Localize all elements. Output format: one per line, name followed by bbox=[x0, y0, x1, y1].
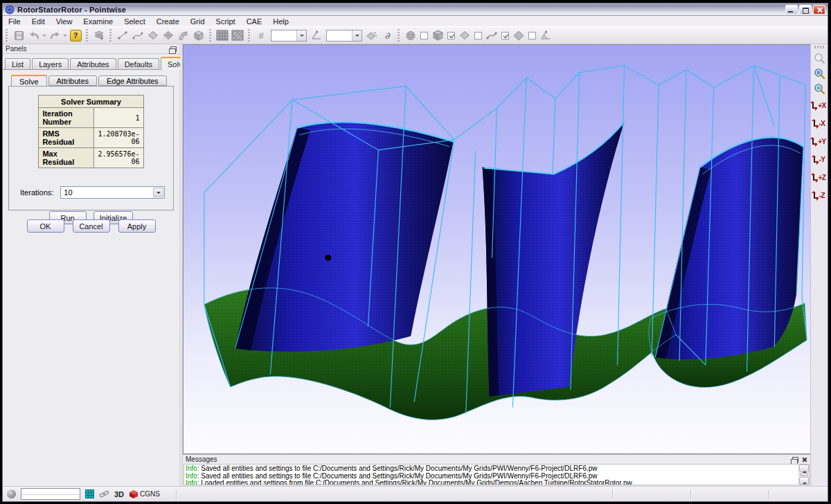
viewport-3d[interactable] bbox=[183, 44, 810, 454]
structured-grid-icon bbox=[216, 30, 229, 41]
chevron-down-icon[interactable] bbox=[352, 30, 361, 41]
restore-button[interactable] bbox=[799, 5, 812, 15]
undo-button[interactable] bbox=[26, 28, 42, 43]
menu-cae[interactable]: CAE bbox=[241, 16, 268, 26]
chevron-down-icon[interactable] bbox=[296, 30, 306, 41]
toolbar-drag-handle[interactable] bbox=[397, 29, 400, 42]
derivative-button[interactable]: ∂ bbox=[379, 28, 395, 43]
main-area: Panels List Layers Attributes Defaults S… bbox=[3, 44, 828, 486]
iterations-combobox[interactable]: 10 bbox=[60, 186, 165, 199]
grid-dimension-button[interactable]: # bbox=[253, 28, 269, 43]
zoom-box-button[interactable] bbox=[812, 66, 827, 81]
apply-button[interactable]: Apply bbox=[118, 219, 156, 233]
menu-script[interactable]: Script bbox=[211, 16, 241, 26]
messages-log[interactable]: Info: Saved all entities and settings to… bbox=[184, 464, 810, 485]
mask-block-checkbox[interactable] bbox=[447, 32, 455, 39]
create-trimmed-surface-button[interactable] bbox=[176, 28, 191, 43]
toolbar-drag-handle[interactable] bbox=[109, 29, 111, 42]
menu-view[interactable]: View bbox=[51, 16, 78, 26]
toolbar-drag-handle[interactable] bbox=[86, 29, 88, 42]
panels-dock-titlebar[interactable]: Panels bbox=[3, 44, 179, 54]
unstructured-grid-button[interactable] bbox=[230, 28, 245, 43]
tab-defaults[interactable]: Defaults bbox=[118, 58, 159, 69]
view-minus-x-button[interactable]: -X bbox=[811, 114, 828, 132]
mask-database-checkbox[interactable] bbox=[420, 32, 428, 39]
redo-dropdown[interactable] bbox=[62, 28, 68, 43]
create-block-button[interactable] bbox=[191, 28, 206, 43]
angle-spacing-button[interactable] bbox=[309, 28, 324, 43]
mask-angle-button[interactable] bbox=[538, 28, 553, 43]
log-level: Info: bbox=[186, 465, 199, 472]
mask-spacing-button[interactable] bbox=[511, 28, 526, 43]
zoom-extents-button[interactable] bbox=[812, 81, 827, 96]
dimension-indicator[interactable]: 3D bbox=[114, 490, 124, 498]
subtab-attributes[interactable]: Attributes bbox=[48, 75, 97, 86]
menu-select[interactable]: Select bbox=[118, 16, 151, 26]
tab-list[interactable]: List bbox=[5, 58, 30, 69]
float-panel-icon[interactable] bbox=[170, 46, 177, 52]
chevron-down-icon[interactable] bbox=[153, 188, 163, 197]
close-button[interactable] bbox=[813, 5, 825, 15]
cae-solver-indicator[interactable]: CGNS bbox=[129, 489, 160, 499]
menu-create[interactable]: Create bbox=[151, 16, 185, 26]
zoom-button[interactable] bbox=[812, 51, 827, 66]
view-minus-y-button[interactable]: -Y bbox=[811, 150, 828, 168]
view-minus-z-button[interactable]: -Z bbox=[811, 186, 828, 204]
initialize-solve-button[interactable] bbox=[364, 28, 379, 43]
cancel-button[interactable]: Cancel bbox=[73, 219, 110, 233]
messages-scrollbar[interactable] bbox=[798, 465, 809, 485]
panels-stack-icon bbox=[93, 30, 105, 41]
create-connector-button[interactable] bbox=[115, 28, 130, 43]
mask-domain-checkbox[interactable] bbox=[474, 32, 482, 39]
structured-grid-button[interactable] bbox=[215, 28, 230, 43]
save-button[interactable] bbox=[11, 28, 26, 43]
tab-attributes[interactable]: Attributes bbox=[70, 58, 116, 69]
menu-file[interactable]: File bbox=[3, 16, 26, 26]
subtab-edge-attributes[interactable]: Edge Attributes bbox=[98, 75, 167, 86]
tab-layers[interactable]: Layers bbox=[32, 58, 69, 69]
redo-button[interactable] bbox=[47, 28, 62, 43]
link-indicator[interactable] bbox=[99, 490, 109, 498]
axis-icon bbox=[814, 120, 819, 127]
mask-block-button[interactable] bbox=[430, 28, 445, 43]
mask-database-button[interactable] bbox=[403, 28, 418, 43]
cube-icon bbox=[432, 30, 444, 41]
scroll-down-icon[interactable] bbox=[799, 477, 809, 485]
help-button[interactable]: ? bbox=[68, 28, 83, 43]
angle-combobox[interactable] bbox=[326, 30, 362, 42]
ok-button[interactable]: OK bbox=[27, 219, 64, 233]
menu-help[interactable]: Help bbox=[267, 16, 294, 26]
toolbar-drag-handle[interactable] bbox=[209, 29, 211, 42]
mask-connector-checkbox[interactable] bbox=[501, 32, 509, 39]
create-domain-button[interactable] bbox=[161, 28, 176, 43]
grid-mode-indicator[interactable] bbox=[85, 489, 94, 498]
toolbar-drag-handle[interactable] bbox=[814, 46, 824, 48]
grid-dimension-combobox[interactable] bbox=[271, 30, 307, 42]
toolbar-drag-handle[interactable] bbox=[248, 29, 250, 42]
scroll-up-icon[interactable] bbox=[799, 465, 809, 472]
mask-domain-button[interactable] bbox=[457, 28, 472, 43]
create-curve-button[interactable] bbox=[130, 28, 145, 43]
selected-point[interactable] bbox=[325, 255, 331, 261]
save-icon bbox=[14, 30, 24, 41]
undo-dropdown[interactable] bbox=[42, 28, 47, 43]
toolbar-drag-handle[interactable] bbox=[6, 29, 8, 42]
panels-button[interactable] bbox=[91, 28, 107, 43]
title-bar[interactable]: RotorStatorRotor - Pointwise bbox=[3, 3, 828, 16]
subtab-solve[interactable]: Solve bbox=[11, 75, 47, 87]
menu-examine[interactable]: Examine bbox=[78, 16, 118, 26]
view-plus-y-button[interactable]: +Y bbox=[811, 132, 828, 150]
menu-edit[interactable]: Edit bbox=[26, 16, 51, 26]
mask-spacing-checkbox[interactable] bbox=[528, 32, 536, 39]
float-messages-icon[interactable] bbox=[792, 457, 798, 462]
mask-connector-button[interactable] bbox=[484, 28, 499, 43]
create-surface-button[interactable] bbox=[145, 28, 161, 43]
close-messages-icon[interactable] bbox=[802, 457, 807, 462]
scroll-thumb[interactable] bbox=[800, 473, 808, 477]
view-plus-x-button[interactable]: +X bbox=[811, 96, 828, 114]
messages-header[interactable]: Messages bbox=[183, 455, 810, 464]
minimize-button[interactable] bbox=[785, 5, 798, 15]
solve-tab-page: Solver Summary Iteration Number 1 RMS Re… bbox=[8, 86, 174, 210]
view-plus-z-button[interactable]: +Z bbox=[811, 168, 828, 186]
menu-grid[interactable]: Grid bbox=[185, 16, 211, 26]
